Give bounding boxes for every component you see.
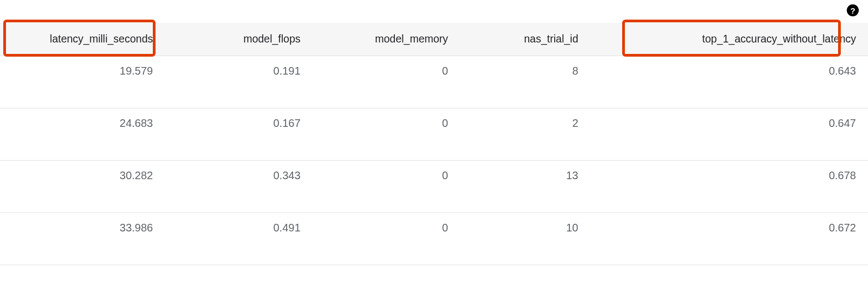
help-icon[interactable]: ?: [847, 4, 859, 16]
column-header-memory[interactable]: model_memory: [313, 23, 460, 56]
cell-accuracy: 0.647: [590, 108, 868, 160]
metrics-table: latency_milli_seconds model_flops model_…: [0, 23, 868, 265]
cell-trial-id: 2: [460, 108, 590, 160]
column-header-flops[interactable]: model_flops: [165, 23, 312, 56]
cell-accuracy: 0.672: [590, 212, 868, 265]
cell-flops: 0.491: [165, 212, 312, 265]
cell-latency: 24.683: [0, 108, 165, 160]
cell-memory: 0: [313, 56, 460, 108]
cell-memory: 0: [313, 108, 460, 160]
table-row[interactable]: 24.683 0.167 0 2 0.647: [0, 108, 868, 160]
cell-trial-id: 13: [460, 160, 590, 212]
cell-latency: 19.579: [0, 56, 165, 108]
cell-memory: 0: [313, 212, 460, 265]
cell-flops: 0.343: [165, 160, 312, 212]
cell-trial-id: 8: [460, 56, 590, 108]
cell-flops: 0.191: [165, 56, 312, 108]
column-header-accuracy[interactable]: top_1_accuracy_without_latency: [590, 23, 868, 56]
cell-latency: 30.282: [0, 160, 165, 212]
column-header-latency[interactable]: latency_milli_seconds: [0, 23, 165, 56]
cell-latency: 33.986: [0, 212, 165, 265]
table-row[interactable]: 33.986 0.491 0 10 0.672: [0, 212, 868, 265]
cell-memory: 0: [313, 160, 460, 212]
table-row[interactable]: 19.579 0.191 0 8 0.643: [0, 56, 868, 108]
cell-flops: 0.167: [165, 108, 312, 160]
cell-accuracy: 0.643: [590, 56, 868, 108]
cell-accuracy: 0.678: [590, 160, 868, 212]
cell-trial-id: 10: [460, 212, 590, 265]
column-header-trial-id[interactable]: nas_trial_id: [460, 23, 590, 56]
table-header-row: latency_milli_seconds model_flops model_…: [0, 23, 868, 56]
data-table-container: latency_milli_seconds model_flops model_…: [0, 23, 868, 265]
table-row[interactable]: 30.282 0.343 0 13 0.678: [0, 160, 868, 212]
